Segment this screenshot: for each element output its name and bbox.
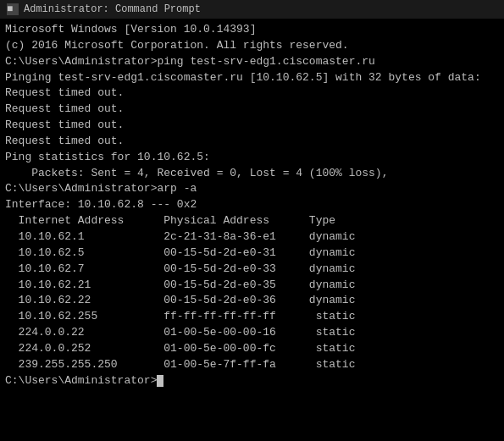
console-line: 10.10.62.5 00-15-5d-2d-e0-31 dynamic xyxy=(5,245,499,262)
console-line: Request timed out. xyxy=(5,118,499,134)
console-body[interactable]: Microsoft Windows [Version 10.0.14393](c… xyxy=(0,19,504,441)
console-line: Request timed out. xyxy=(5,85,499,102)
cmd-icon: ■ xyxy=(7,3,19,15)
title-bar: ■ Administrator: Command Prompt xyxy=(0,0,504,19)
console-line: Internet Address Physical Address Type xyxy=(5,213,499,229)
console-line: C:\Users\Administrator> xyxy=(5,373,499,389)
console-line: 10.10.62.255 ff-ff-ff-ff-ff-ff static xyxy=(5,309,499,325)
cursor xyxy=(157,375,163,387)
console-line: 10.10.62.7 00-15-5d-2d-e0-33 dynamic xyxy=(5,262,499,278)
console-line: Microsoft Windows [Version 10.0.14393] xyxy=(5,22,499,38)
cmd-window: ■ Administrator: Command Prompt Microsof… xyxy=(0,0,504,441)
console-line: Request timed out. xyxy=(5,102,499,118)
console-line: 10.10.62.1 2c-21-31-8a-36-e1 dynamic xyxy=(5,229,499,245)
console-line: 224.0.0.252 01-00-5e-00-00-fc static xyxy=(5,341,499,357)
console-line: 239.255.255.250 01-00-5e-7f-ff-fa static xyxy=(5,357,499,373)
console-line: 10.10.62.21 00-15-5d-2d-e0-35 dynamic xyxy=(5,278,499,294)
console-line: 10.10.62.22 00-15-5d-2d-e0-36 dynamic xyxy=(5,293,499,309)
console-line: Ping statistics for 10.10.62.5: xyxy=(5,150,499,166)
console-line: C:\Users\Administrator>arp -a xyxy=(5,181,499,197)
console-line: 224.0.0.22 01-00-5e-00-00-16 static xyxy=(5,325,499,341)
console-line: Interface: 10.10.62.8 --- 0x2 xyxy=(5,197,499,213)
console-line: C:\Users\Administrator>ping test-srv-edg… xyxy=(5,54,499,70)
title-bar-label: Administrator: Command Prompt xyxy=(24,3,201,15)
console-line: Pinging test-srv-edg1.ciscomaster.ru [10… xyxy=(5,70,499,86)
console-line: Packets: Sent = 4, Received = 0, Lost = … xyxy=(5,166,499,182)
console-line: (c) 2016 Microsoft Corporation. All righ… xyxy=(5,38,499,54)
console-line: Request timed out. xyxy=(5,134,499,150)
